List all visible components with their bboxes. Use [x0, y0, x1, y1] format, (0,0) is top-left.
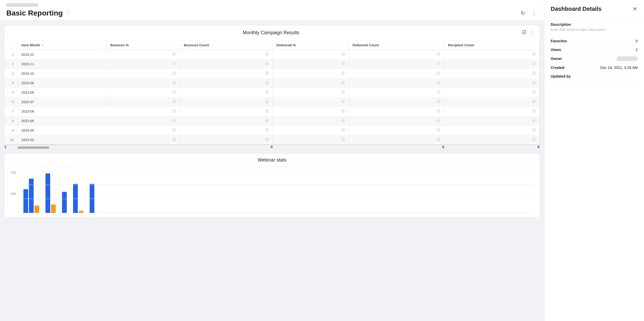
cell-sent-month: 2023-04: [18, 126, 106, 135]
panel-row-value: [617, 56, 638, 61]
webinar-widget-title: Webinar stats: [9, 157, 535, 163]
table-body: 1 2023-12 2 2023-11 3 2023-10 4 2023-0: [4, 50, 540, 145]
chart-area: 750 500: [11, 171, 533, 213]
header-title-row: Basic Reporting ♡ ↻ ⋮: [6, 9, 538, 21]
cell-bounces-count: [180, 78, 273, 88]
footer-bounces-count: 0: [180, 145, 273, 149]
table-more-button[interactable]: ⋮: [529, 29, 535, 37]
cell-row-num: 10: [4, 135, 18, 145]
main-content: Basic Reporting ♡ ↻ ⋮ Monthly Campaign R…: [0, 0, 544, 321]
header: Basic Reporting ♡ ↻ ⋮: [0, 0, 544, 21]
cell-row-num: 8: [4, 116, 18, 126]
cell-sent-month: 2023-12: [18, 50, 106, 59]
cell-bounces-count: [180, 50, 273, 59]
panel-title: Dashboard Details: [551, 6, 601, 12]
breadcrumb: [6, 3, 38, 7]
panel-header: Dashboard Details ✕: [544, 0, 644, 17]
cell-recipient-count: [444, 126, 540, 135]
table-alert-button[interactable]: [521, 29, 527, 37]
panel-row-label: Favorites: [551, 39, 567, 43]
bar-group: [23, 179, 39, 213]
bar-blue: [23, 189, 28, 213]
description-placeholder: Enter Edit mode to add a description: [551, 28, 638, 32]
webinar-widget: Webinar stats 750 500: [4, 153, 540, 218]
table-widget-header: Monthly Campaign Results ⋮: [4, 25, 540, 41]
dashboard-body: Monthly Campaign Results ⋮: [0, 21, 544, 321]
cell-bounces-count: [180, 116, 273, 126]
cell-bounces-pct: [106, 107, 180, 116]
panel-row-label: Owner: [551, 57, 562, 61]
cell-recipient-count: [444, 135, 540, 145]
panel-row-label: Views: [551, 48, 561, 52]
bar-group: [45, 173, 56, 213]
results-table: Sent Month ▼ Bounces % Bounces Count: [4, 41, 540, 149]
favorite-icon[interactable]: ♡: [65, 10, 70, 16]
cell-delivered-count: [349, 135, 444, 145]
cell-bounces-pct: [106, 59, 180, 69]
cell-delivered-pct: [273, 116, 349, 126]
cell-sent-month: 2023-06: [18, 107, 106, 116]
cell-sent-month: 2023-10: [18, 69, 106, 78]
bar-blue: [73, 184, 78, 213]
header-actions: ↻ ⋮: [520, 9, 538, 17]
cell-recipient-count: [444, 88, 540, 97]
footer-recipient-count: 0: [444, 145, 540, 149]
col-header-num: [4, 41, 18, 50]
col-header-bounces-pct[interactable]: Bounces %: [106, 41, 180, 50]
table-row: 4 2023-09: [4, 78, 540, 88]
y-label-750: 750: [11, 171, 16, 175]
table-row: 2 2023-11: [4, 59, 540, 69]
table-footer-row: 1 0 0 0: [4, 145, 540, 149]
y-axis: 750 500: [11, 171, 19, 213]
cell-row-num: 5: [4, 88, 18, 97]
panel-row-label: Updated by: [551, 74, 571, 78]
col-header-delivered-count[interactable]: Delivered Count: [349, 41, 444, 50]
panel-body: Description Enter Edit mode to add a des…: [544, 17, 644, 321]
cell-delivered-count: [349, 59, 444, 69]
y-label-500: 500: [11, 192, 16, 196]
col-header-bounces-count[interactable]: Bounces Count: [180, 41, 273, 50]
bar-group: [73, 184, 83, 213]
cell-row-num: 6: [4, 97, 18, 107]
table-row: 10 2023-03: [4, 135, 540, 145]
more-options-button[interactable]: ⋮: [530, 9, 538, 17]
cell-sent-month: 2023-05: [18, 116, 106, 126]
table-row: 5 2023-08: [4, 88, 540, 97]
description-label: Description: [551, 22, 638, 27]
cell-sent-month: 2023-08: [18, 88, 106, 97]
cell-bounces-pct: [106, 50, 180, 59]
table-row: 8 2023-05: [4, 116, 540, 126]
panel-detail-row: CreatedDec 24, 2021, 4:26 AM: [551, 63, 638, 72]
cell-row-num: 7: [4, 107, 18, 116]
col-header-sent-month[interactable]: Sent Month ▼: [18, 41, 106, 50]
cell-delivered-count: [349, 97, 444, 107]
panel-detail-row: Favorites0: [551, 37, 638, 46]
cell-bounces-count: [180, 135, 273, 145]
panel-detail-row: Views2: [551, 46, 638, 54]
footer-scrollbar-cell: [18, 145, 106, 149]
col-header-recipient-count[interactable]: Recipient Count: [444, 41, 540, 50]
cell-bounces-pct: [106, 135, 180, 145]
cell-delivered-count: [349, 88, 444, 97]
table-row: 7 2023-06: [4, 107, 540, 116]
panel-row-value: 2: [636, 48, 638, 52]
dashboard-details-panel: Dashboard Details ✕ Description Enter Ed…: [544, 0, 644, 321]
bar-group: [90, 184, 94, 213]
panel-rows: Favorites0Views2OwnerCreatedDec 24, 2021…: [551, 37, 638, 81]
bar-group: [62, 192, 67, 213]
cell-delivered-count: [349, 116, 444, 126]
cell-delivered-count: [349, 126, 444, 135]
panel-detail-row: Owner: [551, 54, 638, 63]
horizontal-scrollbar[interactable]: [18, 147, 49, 149]
cell-delivered-pct: [273, 135, 349, 145]
refresh-button[interactable]: ↻: [520, 9, 526, 17]
bar-orange: [34, 205, 39, 213]
cell-bounces-pct: [106, 88, 180, 97]
footer-delivered-pct: [273, 145, 349, 149]
bar-blue: [62, 192, 67, 213]
cell-bounces-count: [180, 59, 273, 69]
panel-close-button[interactable]: ✕: [632, 5, 638, 13]
bar-orange: [51, 204, 56, 213]
col-header-delivered-pct[interactable]: Delivered %: [273, 41, 349, 50]
cell-recipient-count: [444, 116, 540, 126]
